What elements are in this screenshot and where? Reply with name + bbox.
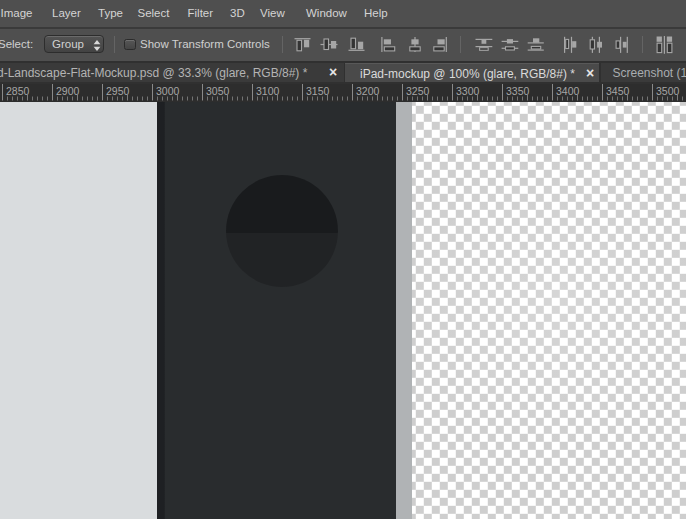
svg-text:3200: 3200 (356, 84, 380, 96)
svg-text:3100: 3100 (256, 84, 280, 96)
svg-text:3250: 3250 (406, 84, 430, 96)
svg-text:3150: 3150 (306, 84, 330, 96)
svg-text:3300: 3300 (456, 84, 480, 96)
svg-text:3400: 3400 (556, 84, 580, 96)
svg-text:3050: 3050 (206, 84, 230, 96)
svg-text:3450: 3450 (606, 84, 630, 96)
svg-text:2950: 2950 (106, 84, 130, 96)
svg-text:3000: 3000 (156, 84, 180, 96)
svg-text:2900: 2900 (56, 84, 80, 96)
svg-text:3500: 3500 (656, 84, 680, 96)
svg-text:2850: 2850 (6, 84, 30, 96)
svg-text:3350: 3350 (506, 84, 530, 96)
